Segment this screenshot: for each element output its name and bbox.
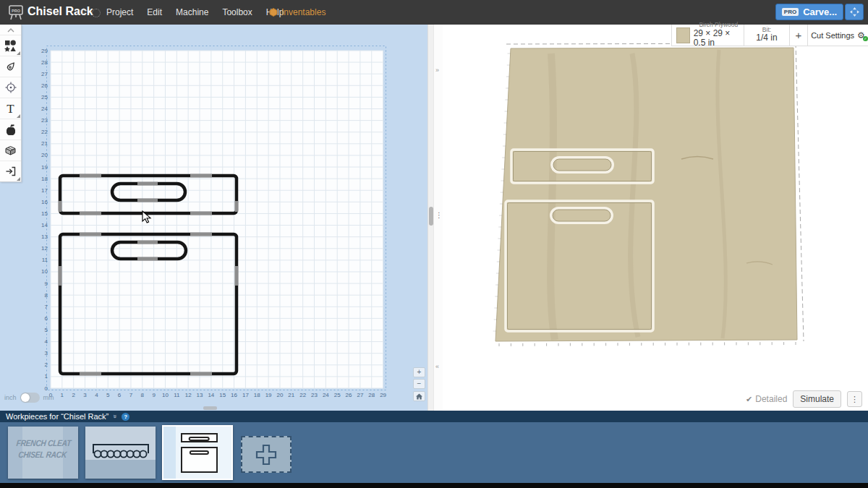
thumb-slot [190, 450, 208, 455]
zoom-in-button[interactable]: + [413, 367, 425, 377]
ruler-y-label: 25 [30, 94, 48, 100]
carve-preview-panel[interactable]: Birch Plywood 29 × 29 × 0.5 in Bit: 1/4 … [443, 25, 868, 411]
design-library-button[interactable] [0, 119, 21, 140]
unit-toggle-group: inch mm [4, 393, 54, 403]
material-bar: Birch Plywood 29 × 29 × 0.5 in Bit: 1/4 … [671, 25, 868, 46]
bit-info-button[interactable]: Bit: 1/4 in [744, 25, 790, 46]
ruler-y-label: 2 [30, 361, 48, 368]
inventables-link[interactable]: Inventables [269, 7, 326, 17]
bottom-black-bar [0, 483, 868, 488]
pro-badge: PRO [782, 8, 799, 16]
zoom-home-button[interactable] [413, 391, 425, 401]
ruler-y-label: 8 [30, 292, 48, 299]
add-bit-button[interactable]: + [790, 25, 808, 46]
canvas-grid-svg [0, 25, 434, 411]
ruler-y-label: 12 [30, 245, 48, 252]
ruler-y-label: 9 [30, 281, 48, 287]
ruler-y-label: 27 [30, 71, 48, 77]
inventables-label: Inventables [281, 7, 326, 17]
preview-menu-button[interactable]: ⋮ [847, 391, 862, 407]
bit-value: 1/4 in [756, 33, 777, 43]
pen-tool-button[interactable] [0, 56, 21, 77]
divider-drag-handle[interactable]: ⋮ [435, 211, 443, 219]
thumb-shape-small [181, 433, 218, 443]
sync-spinner-icon [92, 9, 101, 17]
ruler-y-label: 21 [30, 140, 48, 147]
shapes-icon [4, 40, 17, 52]
detailed-label: Detailed [755, 394, 787, 404]
cut-settings-button[interactable]: Cut Settings ⚙✓ [808, 25, 868, 46]
easel-app: PRO Chisel Rack ☆ ProjectEditMachineTool… [0, 0, 868, 488]
collapse-left-icon[interactable]: « [435, 363, 439, 370]
check-icon: ✔ [746, 395, 752, 404]
menu-item-machine[interactable]: Machine [176, 7, 208, 17]
menu-item-toolbox[interactable]: Toolbox [222, 7, 252, 17]
apple-icon [5, 124, 17, 136]
thumb-band [163, 427, 176, 479]
ruler-y-label: 3 [30, 350, 48, 356]
menu-item-project[interactable]: Project [106, 7, 133, 17]
expand-right-icon[interactable]: » [435, 67, 439, 74]
ruler-y-label: 14 [30, 222, 48, 228]
ruler-y-label: 17 [30, 187, 48, 194]
collapse-workpieces-icon[interactable]: » [111, 414, 119, 418]
import-tool-button[interactable] [0, 160, 21, 181]
material-info-button[interactable]: Birch Plywood 29 × 29 × 0.5 in [672, 25, 744, 46]
text-tool-button[interactable]: T [0, 98, 21, 119]
thumb-label-line1: FRENCH CLEAT [13, 437, 74, 449]
horizontal-scrollbar-thumb[interactable] [203, 406, 217, 410]
unit-toggle[interactable] [20, 393, 40, 403]
pen-nib-icon [5, 61, 17, 72]
menu-item-edit[interactable]: Edit [147, 7, 162, 17]
help-icon[interactable]: ? [122, 413, 129, 421]
cut-settings-label: Cut Settings [811, 31, 854, 40]
toolbar-collapse-button[interactable] [0, 25, 21, 35]
gear-icon: ⚙✓ [857, 30, 865, 40]
unit-inch-label[interactable]: inch [4, 394, 17, 401]
preview-footer: ✔ Detailed Simulate ⋮ [746, 390, 862, 408]
ruler-y-label: 0 [30, 385, 48, 392]
green-check-icon: ✓ [863, 36, 868, 41]
carve-button[interactable]: PRO Carve... [775, 4, 843, 20]
zoom-out-button[interactable]: − [413, 379, 425, 389]
unit-mm-label[interactable]: mm [43, 394, 54, 401]
svg-text:PRO: PRO [12, 9, 21, 13]
shapes-tool-button[interactable] [0, 35, 21, 56]
plus-icon [254, 442, 278, 467]
import-icon [5, 166, 17, 177]
ruler-y-label: 7 [30, 304, 48, 310]
inventables-hexagon-icon [269, 8, 278, 17]
workpiece-thumb-french-cleat[interactable]: FRENCH CLEAT CHISEL RACK [8, 427, 78, 479]
material-swatch [676, 27, 690, 43]
ruler-y-label: 5 [30, 327, 48, 333]
ruler-y-label: 1 [30, 373, 48, 380]
home-icon [416, 393, 422, 400]
ruler-y-label: 28 [30, 59, 48, 66]
add-workpiece-button[interactable] [241, 436, 292, 473]
simulate-button[interactable]: Simulate [793, 390, 841, 408]
ruler-y-label: 10 [30, 268, 48, 275]
thumb-label-line2: CHISEL RACK [12, 449, 73, 461]
detailed-toggle[interactable]: ✔ Detailed [746, 394, 787, 404]
material-tool-button[interactable] [0, 140, 21, 160]
chevron-up-icon [7, 27, 14, 33]
workpiece-thumb-cleat-profile[interactable] [85, 427, 156, 479]
ruler-x-label: 29 [376, 392, 391, 398]
workpiece-thumb-current-selected[interactable] [162, 425, 233, 480]
canvas-vertical-scrollbar[interactable] [427, 25, 433, 411]
jog-machine-button[interactable] [845, 4, 864, 20]
ruler-y-label: 11 [30, 257, 48, 263]
thumb-shape-large [181, 447, 218, 473]
ruler-y-label: 20 [30, 152, 48, 158]
panel-divider[interactable]: » ⋮ « [433, 25, 443, 411]
workpieces-title: Workpieces for “Chisel Rack” [6, 412, 109, 421]
toggle-knob [21, 393, 30, 402]
ruler-y-label: 26 [30, 82, 48, 89]
design-canvas[interactable]: 0011223344556677889910101111121213131414… [0, 25, 434, 411]
material-box-icon [4, 145, 17, 156]
origin-tool-button[interactable] [0, 77, 21, 98]
favorite-star-icon[interactable]: ☆ [80, 6, 88, 17]
easel-pro-logo-icon: PRO [7, 4, 25, 20]
material-dimensions: 29 × 29 × 0.5 in [694, 29, 744, 49]
origin-crosshair-icon [5, 82, 17, 93]
